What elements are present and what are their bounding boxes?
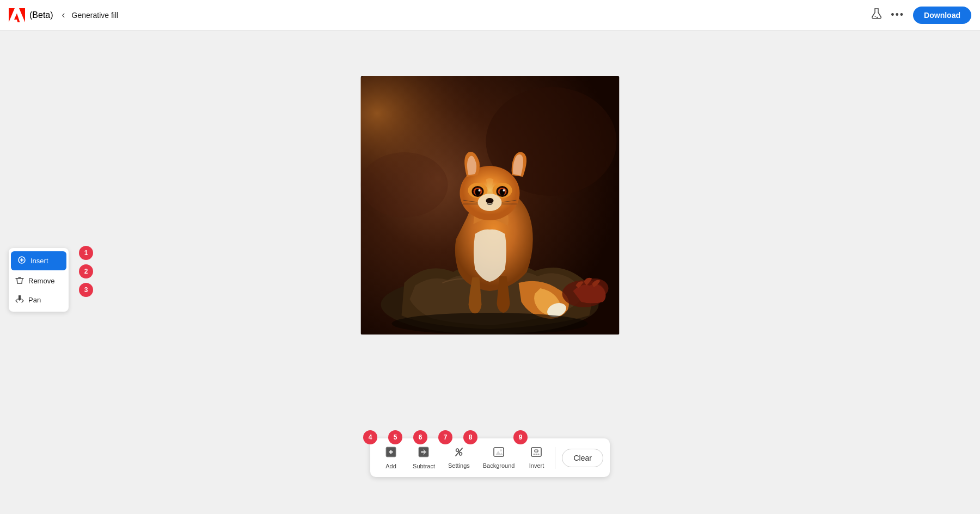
insert-tool[interactable]: Insert bbox=[11, 251, 66, 270]
svg-rect-35 bbox=[535, 450, 538, 452]
flask-icon[interactable] bbox=[871, 8, 882, 22]
svg-point-17 bbox=[479, 189, 481, 191]
badge-1: 1 bbox=[79, 246, 93, 260]
background-icon bbox=[493, 447, 505, 460]
badge-7: 7 bbox=[438, 430, 452, 444]
insert-icon bbox=[17, 256, 26, 266]
add-label: Add bbox=[385, 463, 396, 469]
badge-6: 6 bbox=[413, 430, 427, 444]
toolbar-divider bbox=[555, 447, 555, 469]
pan-tool[interactable]: Pan bbox=[9, 290, 69, 309]
svg-point-1 bbox=[877, 17, 878, 18]
download-button[interactable]: Download bbox=[913, 7, 971, 24]
fox-image bbox=[361, 76, 620, 335]
pan-icon bbox=[15, 295, 24, 305]
bottom-toolbar: Add Subtract Settings bbox=[370, 438, 610, 477]
subtract-tool[interactable]: Subtract bbox=[407, 443, 440, 473]
background-tool[interactable]: Background bbox=[477, 443, 520, 472]
left-toolbar: Insert Remove Pan bbox=[9, 248, 69, 312]
svg-point-20 bbox=[486, 198, 494, 203]
more-options-button[interactable]: ••• bbox=[891, 9, 904, 21]
svg-point-30 bbox=[456, 449, 458, 451]
subtract-icon bbox=[418, 446, 430, 461]
svg-point-5 bbox=[361, 152, 448, 218]
insert-label: Insert bbox=[30, 257, 48, 265]
invert-tool[interactable]: Invert bbox=[522, 443, 550, 472]
remove-label: Remove bbox=[28, 277, 54, 285]
svg-point-18 bbox=[503, 189, 505, 191]
canvas-area: Insert Remove Pan 1 2 3 bbox=[0, 30, 980, 514]
page-title: Generative fill bbox=[72, 11, 119, 20]
clear-button[interactable]: Clear bbox=[562, 449, 603, 467]
background-label: Background bbox=[483, 462, 515, 469]
badge-9: 9 bbox=[513, 430, 528, 444]
add-tool[interactable]: Add bbox=[377, 443, 405, 473]
settings-icon bbox=[454, 447, 464, 460]
remove-icon bbox=[15, 276, 24, 286]
badge-2: 2 bbox=[79, 264, 93, 278]
beta-label: (Beta) bbox=[29, 10, 53, 20]
invert-icon bbox=[530, 447, 542, 460]
adobe-logo-icon bbox=[9, 8, 25, 22]
subtract-label: Subtract bbox=[413, 463, 435, 469]
badge-5: 5 bbox=[388, 430, 402, 444]
svg-point-0 bbox=[875, 16, 876, 17]
svg-point-25 bbox=[21, 259, 23, 261]
add-icon bbox=[385, 446, 397, 461]
fox-illustration bbox=[361, 76, 620, 335]
pan-label: Pan bbox=[28, 296, 41, 304]
app-header: (Beta) ‹ Generative fill ••• Download bbox=[0, 0, 980, 30]
settings-label: Settings bbox=[448, 462, 470, 469]
back-button[interactable]: ‹ bbox=[58, 7, 70, 23]
svg-point-31 bbox=[459, 453, 462, 455]
badge-4: 4 bbox=[363, 430, 377, 444]
svg-point-23 bbox=[392, 313, 588, 335]
header-actions: ••• Download bbox=[871, 7, 971, 24]
badge-8: 8 bbox=[463, 430, 477, 444]
logo-area: (Beta) bbox=[9, 8, 53, 22]
svg-point-33 bbox=[500, 449, 502, 451]
invert-label: Invert bbox=[529, 462, 544, 469]
remove-tool[interactable]: Remove bbox=[9, 271, 69, 290]
settings-tool[interactable]: Settings bbox=[443, 443, 475, 472]
badge-3: 3 bbox=[79, 283, 93, 297]
